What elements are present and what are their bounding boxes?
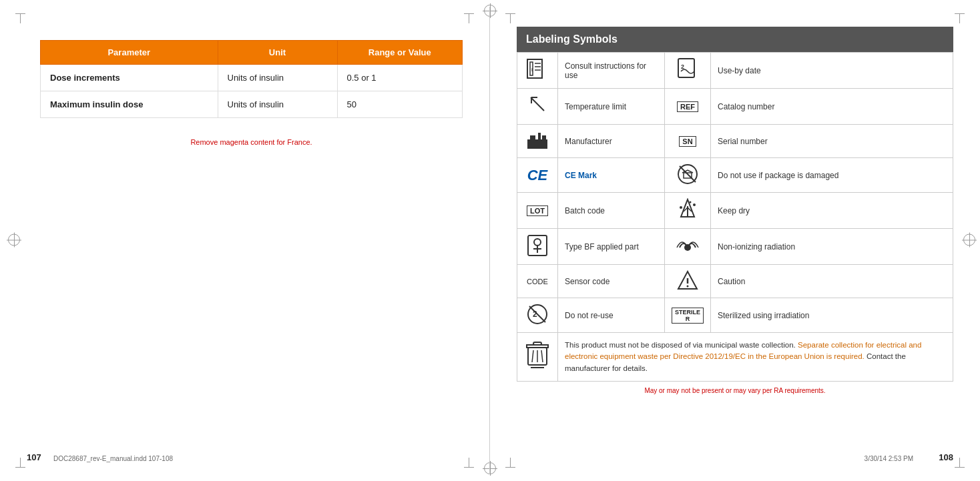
weee-text-body: This product must not be disposed of via… bbox=[565, 341, 921, 372]
desc-serial-number: Serial number bbox=[711, 125, 953, 158]
desc-non-ionizing: Non-ionizing radiation bbox=[711, 229, 953, 265]
consult-instructions-icon: i bbox=[526, 58, 549, 81]
svg-line-16 bbox=[680, 166, 696, 182]
footer-doc: DOC28687_rev-E_manual.indd 107-108 bbox=[53, 455, 173, 462]
svg-rect-12 bbox=[530, 135, 535, 139]
param-name-2: Maximum insulin dose bbox=[41, 91, 218, 118]
symbol-row: CODE Sensor code Caution bbox=[517, 265, 953, 298]
temperature-icon bbox=[527, 94, 547, 117]
parameter-table: Parameter Unit Range or Value Dose incre… bbox=[40, 40, 463, 118]
desc-manufacturer: Manufacturer bbox=[558, 125, 665, 158]
svg-line-8 bbox=[531, 97, 544, 111]
sn-symbol: SN bbox=[679, 136, 696, 147]
desc-catalog-number: Catalog number bbox=[711, 89, 953, 125]
damaged-package-icon bbox=[677, 163, 698, 185]
desc-sterile-r: Sterilized using irradiation bbox=[711, 298, 953, 333]
right-page: Labeling Symbols i bbox=[490, 7, 980, 474]
code-text: CODE bbox=[527, 278, 548, 286]
desc-lot: Batch code bbox=[558, 193, 665, 229]
corner-mark-tl bbox=[20, 13, 21, 23]
param-value-2: 50 bbox=[337, 91, 463, 118]
right-corner-bl bbox=[510, 458, 511, 468]
corner-mark-br bbox=[469, 458, 469, 468]
labeling-symbols-title: Labeling Symbols bbox=[517, 27, 953, 52]
param-unit-1: Units of insulin bbox=[218, 65, 337, 91]
right-corner-tr bbox=[959, 13, 960, 23]
symbol-lot: LOT bbox=[517, 193, 558, 229]
symbol-do-not-use-damaged bbox=[665, 158, 711, 193]
bottom-note: May or may not be present or may vary pe… bbox=[517, 386, 953, 396]
svg-line-34 bbox=[529, 306, 545, 322]
svg-rect-38 bbox=[533, 342, 541, 345]
manufacturer-icon bbox=[526, 130, 549, 150]
desc-do-not-reuse: Do not re-use bbox=[558, 298, 665, 333]
corner-mark-tr bbox=[469, 13, 469, 23]
symbol-row: i Consult instructions for use 2 Use-by … bbox=[517, 53, 953, 89]
svg-rect-13 bbox=[538, 133, 541, 139]
page-container: Parameter Unit Range or Value Dose incre… bbox=[0, 0, 980, 481]
desc-consult-instructions: Consult instructions for use bbox=[558, 53, 665, 89]
symbol-manufacturer bbox=[517, 125, 558, 158]
svg-text:2: 2 bbox=[533, 310, 537, 319]
svg-rect-11 bbox=[527, 139, 547, 149]
right-corner-tl bbox=[510, 13, 511, 23]
weee-text-part1: This product must not be disposed of via… bbox=[565, 341, 796, 349]
symbol-row: Temperature limit REF Catalog number bbox=[517, 89, 953, 125]
non-ionizing-icon bbox=[676, 235, 700, 256]
type-bf-icon bbox=[527, 234, 548, 257]
symbol-row: Type BF applied part Non-ionizing radiat… bbox=[517, 229, 953, 265]
svg-point-22 bbox=[680, 206, 682, 209]
france-note: Remove magenta content for France. bbox=[40, 138, 463, 146]
svg-line-39 bbox=[532, 350, 533, 362]
weee-description: This product must not be disposed of via… bbox=[558, 333, 953, 382]
col-header-parameter: Parameter bbox=[41, 41, 218, 65]
symbol-consult-instructions: i bbox=[517, 53, 558, 89]
do-not-reuse-icon: 2 bbox=[527, 304, 548, 325]
weee-symbol-cell bbox=[517, 333, 558, 382]
symbol-row: 2 Do not re-use STERILE R Sterilized usi… bbox=[517, 298, 953, 333]
col-header-range: Range or Value bbox=[337, 41, 463, 65]
svg-rect-14 bbox=[542, 135, 546, 139]
desc-ce-mark: CE Mark bbox=[558, 158, 665, 193]
right-corner-br bbox=[959, 458, 960, 468]
lot-symbol: LOT bbox=[527, 205, 548, 216]
left-reg-mark bbox=[7, 232, 21, 249]
desc-do-not-use-damaged: Do not use if package is damaged bbox=[711, 158, 953, 193]
symbol-temperature-limit bbox=[517, 89, 558, 125]
desc-type-bf: Type BF applied part bbox=[558, 229, 665, 265]
symbol-row: CE CE Mark Do not use if package is dama… bbox=[517, 158, 953, 193]
corner-mark-bl bbox=[20, 458, 21, 468]
weee-row: This product must not be disposed of via… bbox=[517, 333, 953, 382]
symbol-ce-mark: CE bbox=[517, 158, 558, 193]
symbol-use-by-date: 2 bbox=[665, 53, 711, 89]
symbol-sterile-r: STERILE R bbox=[665, 298, 711, 333]
param-name-1: Dose increments bbox=[41, 65, 218, 91]
param-unit-2: Units of insulin bbox=[218, 91, 337, 118]
sterile-r-symbol: STERILE R bbox=[672, 308, 704, 324]
symbol-non-ionizing bbox=[665, 229, 711, 265]
svg-text:i: i bbox=[531, 67, 533, 73]
page-number-left: 107 bbox=[27, 452, 41, 462]
keep-dry-icon bbox=[677, 198, 698, 221]
svg-point-32 bbox=[687, 286, 689, 288]
symbol-catalog-number: REF bbox=[665, 89, 711, 125]
desc-temperature-limit: Temperature limit bbox=[558, 89, 665, 125]
desc-caution: Caution bbox=[711, 265, 953, 298]
weee-icon bbox=[524, 340, 551, 369]
ce-mark-icon: CE bbox=[527, 167, 548, 183]
symbol-row: Manufacturer SN Serial number bbox=[517, 125, 953, 158]
svg-point-26 bbox=[534, 239, 541, 246]
footer-date: 3/30/14 2:53 PM bbox=[865, 455, 913, 462]
param-value-1: 0.5 or 1 bbox=[337, 65, 463, 91]
symbols-table: i Consult instructions for use 2 Use-by … bbox=[517, 52, 953, 382]
symbol-serial-number: SN bbox=[665, 125, 711, 158]
table-row: Maximum insulin dose Units of insulin 50 bbox=[41, 91, 463, 118]
svg-point-24 bbox=[690, 201, 692, 203]
desc-sensor-code: Sensor code bbox=[558, 265, 665, 298]
desc-use-by-date: Use-by date bbox=[711, 53, 953, 89]
symbol-type-bf bbox=[517, 229, 558, 265]
page-number-right: 108 bbox=[939, 452, 953, 462]
symbol-caution bbox=[665, 265, 711, 298]
symbol-row: LOT Batch code K bbox=[517, 193, 953, 229]
desc-keep-dry: Keep dry bbox=[711, 193, 953, 229]
